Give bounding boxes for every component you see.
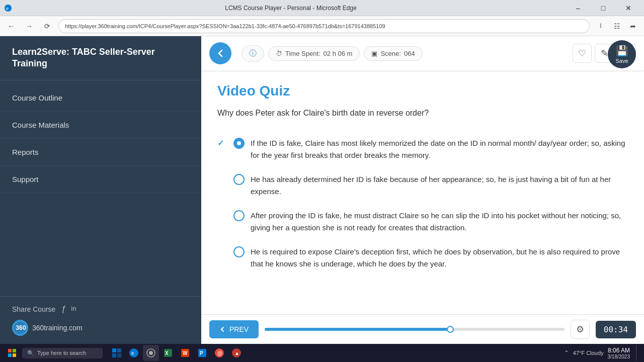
sidebar-item-reports[interactable]: Reports	[0, 139, 201, 166]
svg-text:P: P	[200, 350, 203, 356]
time-spent-pill: ⏱ Time Spent: 02 h 06 m	[268, 46, 360, 61]
browser-titlebar: e LCMS Course Player - Personal - Micros…	[0, 0, 644, 16]
brand-logo-icon: 360	[12, 320, 28, 336]
svg-point-15	[149, 351, 153, 355]
show-desktop-button[interactable]	[636, 345, 640, 361]
prev-label: PREV	[229, 325, 249, 333]
answer-text-1: If the ID is fake, Claire has most likel…	[251, 137, 628, 161]
sidebar-title: Learn2Serve: TABC Seller-Server Training	[12, 46, 189, 70]
info-icon: ⓘ	[249, 49, 257, 58]
answer-text-4: He is required to expose Claire's decept…	[251, 246, 628, 270]
content-toolbar: ⓘ ⏱ Time Spent: 02 h 06 m ▣ Scene: 064 ♡…	[201, 36, 644, 71]
answer-options: ✓ If the ID is fake, Claire has most lik…	[217, 131, 628, 276]
sidebar-item-course-materials[interactable]: Course Materials	[0, 112, 201, 139]
share-browser-button[interactable]: ➦	[626, 19, 640, 33]
svg-rect-8	[112, 348, 116, 352]
save-label: Save	[615, 58, 628, 64]
answer-option-4[interactable]: ✓ He is required to expose Claire's dece…	[217, 240, 628, 276]
taskbar-app-5[interactable]: W	[177, 345, 193, 361]
radio-button-1[interactable]	[233, 138, 245, 149]
scene-pill: ▣ Scene: 064	[364, 46, 422, 61]
reader-button[interactable]: ☷	[610, 19, 624, 33]
svg-rect-9	[117, 348, 121, 352]
svg-text:360: 360	[16, 324, 26, 331]
sidebar-item-support[interactable]: Support	[0, 166, 201, 193]
answer-option-1[interactable]: ✓ If the ID is fake, Claire has most lik…	[217, 131, 628, 167]
radio-button-2[interactable]	[233, 174, 245, 185]
taskbar-app-4[interactable]: X	[160, 345, 176, 361]
share-course-label[interactable]: Share Course	[12, 305, 55, 313]
answer-option-2[interactable]: ✓ He has already determined her ID is fa…	[217, 167, 628, 204]
sidebar-footer: Share Course ƒ in 360 360training.com	[0, 296, 201, 344]
taskbar-search[interactable]: 🔍 Type here to search	[22, 348, 103, 358]
bottom-bar: PREV ⚙ 00:34	[201, 314, 644, 344]
radio-button-4[interactable]	[233, 246, 245, 257]
read-mode-button[interactable]: ｌ	[594, 19, 608, 33]
forward-nav-button[interactable]: →	[22, 19, 36, 33]
taskbar-apps: e X W P @ ▲	[109, 345, 245, 361]
taskbar-app-1[interactable]	[109, 345, 125, 361]
social-icons: ƒ in	[61, 305, 76, 314]
info-icon-pill: ⓘ	[242, 45, 264, 62]
sidebar: Learn2Serve: TABC Seller-Server Training…	[0, 36, 201, 344]
refresh-button[interactable]: ⟳	[40, 19, 54, 33]
window-controls[interactable]: – □ ✕	[567, 0, 640, 16]
checkmark-icon: ✓	[217, 138, 227, 148]
bookmark-button[interactable]: ♡	[573, 44, 592, 63]
brand-text: 360training.com	[32, 324, 83, 332]
back-button[interactable]	[209, 42, 231, 64]
maximize-button[interactable]: □	[592, 0, 615, 16]
svg-text:e: e	[6, 6, 9, 11]
sidebar-header: Learn2Serve: TABC Seller-Server Training	[0, 36, 201, 80]
taskbar-app-edge[interactable]: e	[126, 345, 142, 361]
radio-button-3[interactable]	[233, 210, 245, 221]
taskbar-app-8[interactable]: ▲	[228, 345, 245, 361]
close-button[interactable]: ✕	[617, 0, 640, 16]
quiz-question: Why does Peter ask for Claire's birth da…	[217, 107, 628, 119]
scene-value: 064	[404, 50, 415, 57]
progress-thumb	[447, 326, 454, 333]
scene-icon: ▣	[371, 50, 377, 57]
svg-rect-7	[13, 353, 16, 357]
system-tray: 47°F Cloudy	[573, 350, 604, 356]
settings-button[interactable]: ⚙	[571, 320, 590, 339]
quiz-title: Video Quiz	[217, 83, 628, 99]
clock-icon: ⏱	[276, 50, 282, 57]
browser-action-icons: ｌ ☷ ➦	[594, 19, 640, 33]
svg-text:W: W	[183, 350, 188, 356]
url-text: https://player.360training.com/ICP4/Cour…	[65, 23, 385, 29]
facebook-icon[interactable]: ƒ	[61, 305, 66, 314]
progress-fill	[265, 328, 450, 331]
time-spent-label: Time Spent:	[285, 50, 320, 57]
clock-date: 3/18/2023	[608, 354, 630, 359]
timer-display: 00:34	[596, 321, 636, 338]
linkedin-icon[interactable]: in	[71, 305, 76, 314]
taskbar-search-label: Type here to search	[37, 350, 86, 356]
svg-rect-6	[8, 353, 12, 357]
svg-rect-5	[13, 349, 16, 352]
chevron-icon[interactable]: ⌃	[564, 349, 569, 356]
address-bar[interactable]: https://player.360training.com/ICP4/Cour…	[58, 19, 590, 33]
svg-text:X: X	[165, 350, 169, 356]
taskbar-app-6[interactable]: P	[194, 345, 210, 361]
svg-text:e: e	[131, 350, 134, 356]
answer-text-2: He has already determined her ID is fake…	[251, 173, 628, 198]
answer-option-3[interactable]: ✓ After proving the ID is fake, he must …	[217, 204, 628, 240]
prev-button[interactable]: PREV	[209, 320, 259, 338]
sidebar-nav: Course Outline Course Materials Reports …	[0, 80, 201, 296]
brand-logo: 360 360training.com	[12, 320, 189, 336]
clock-time: 8:06 AM	[608, 347, 630, 354]
edge-icon: e	[4, 4, 12, 12]
sidebar-item-course-outline[interactable]: Course Outline	[0, 84, 201, 112]
app-container: Learn2Serve: TABC Seller-Server Training…	[0, 36, 644, 344]
minimize-button[interactable]: –	[567, 0, 590, 16]
save-button[interactable]: 💾 Save	[608, 40, 636, 68]
taskbar-app-3[interactable]	[143, 345, 159, 361]
start-button[interactable]	[4, 346, 20, 360]
back-nav-button[interactable]: ←	[4, 19, 18, 33]
svg-rect-11	[117, 353, 121, 357]
taskbar-app-7[interactable]: @	[211, 345, 227, 361]
svg-text:@: @	[217, 350, 222, 356]
progress-bar[interactable]	[265, 328, 565, 331]
taskbar-clock: 8:06 AM 3/18/2023	[608, 347, 630, 359]
